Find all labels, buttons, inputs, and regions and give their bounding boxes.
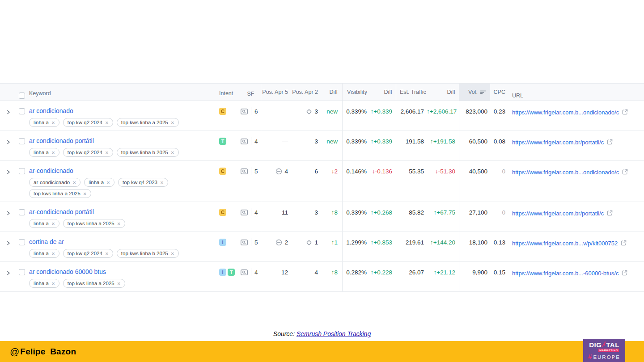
row-checkbox[interactable] [19,168,25,174]
est-traffic-value: 219.61 [406,239,424,246]
remove-tag-icon[interactable]: ✕ [51,150,55,156]
remove-tag-icon[interactable]: ✕ [51,221,55,227]
row-checkbox[interactable] [19,108,25,114]
sf-count[interactable]: 5 [254,168,258,175]
serp-features-cell: 5 [237,232,261,261]
url-cell: https://www.frigelar.com.br/portatil/c [508,202,644,232]
volume-value: 27,100 [469,209,487,216]
header-pos-diff[interactable]: Diff [321,84,342,101]
keyword-link[interactable]: ar condicionado 60000 btus [29,268,106,276]
cpc-cell: 0 [490,161,508,202]
serp-diamond-icon [306,109,312,115]
url-link[interactable]: https://www.frigelar.com.br/portatil/c [512,210,613,218]
pos-apr5-value: 12 [281,269,288,276]
table-row: ar condicionado linha a✕top kw q2 2024✕t… [0,101,644,131]
header-volume-sorted[interactable]: Vol. [459,84,490,101]
url-link[interactable]: https://www.frigelar.com.br/portatil/c [512,139,613,147]
sort-descending-icon [480,90,486,94]
header-est-traffic[interactable]: Est. Traffic [396,84,427,101]
sf-count[interactable]: 5 [254,239,258,246]
url-link[interactable]: https://www.frigelar.com.b...-60000-btus… [512,269,627,278]
remove-tag-icon[interactable]: ✕ [171,150,174,156]
author-name: Felipe_Bazon [20,347,76,357]
remove-tag-icon[interactable]: ✕ [51,281,55,286]
visibility-diff-value: ↑+0.339 [371,138,392,145]
sf-count[interactable]: 4 [254,269,258,276]
remove-tag-icon[interactable]: ✕ [160,180,164,185]
keyword-link[interactable]: cortina de ar [29,238,64,246]
tag-label: linha a [34,150,49,156]
keyword-link[interactable]: ar-condicicnado [29,167,73,175]
author-handle: @ Felipe_Bazon [10,346,76,357]
row-checkbox[interactable] [19,209,25,215]
keyword-cell: cortina de ar linha a✕top kw q2 2024✕top… [27,232,216,261]
remove-tag-icon[interactable]: ✕ [83,191,87,197]
header-visibility[interactable]: Visibility [342,84,369,101]
remove-tag-icon[interactable]: ✕ [171,120,174,126]
remove-tag-icon[interactable]: ✕ [117,221,121,227]
remove-tag-icon[interactable]: ✕ [105,120,109,126]
url-link[interactable]: https://www.frigelar.com.b...v/p/kit0007… [512,240,627,248]
sitelink-circle-icon [275,168,282,175]
traffic-diff-cell: ↑+144.20 [427,232,459,261]
keyword-link[interactable]: ar-condicicnado portátil [29,208,94,216]
expand-cell [0,202,17,232]
remove-tag-icon[interactable]: ✕ [171,251,174,257]
remove-tag-icon[interactable]: ✕ [72,180,76,185]
position-tracking-page: Keyword Intent SF Pos. Apr 5 Pos. Apr 2 … [0,0,644,362]
keyword-tag: top kw q4 2023✕ [118,178,168,187]
sf-count[interactable]: 6 [254,108,258,115]
url-text: https://www.frigelar.com.b...ondicionado… [512,109,619,116]
traffic-diff-cell: ↓-51.30 [427,161,459,202]
pos-apr5-cell: 2 [261,232,291,261]
cpc-value: 0.08 [494,138,505,145]
remove-tag-icon[interactable]: ✕ [51,120,55,126]
header-traffic-diff[interactable]: Diff [427,84,459,101]
select-all-checkbox[interactable] [19,93,25,99]
footer-bar: @ Felipe_Bazon [0,341,644,362]
url-link[interactable]: https://www.frigelar.com.b...ondicionado… [512,168,628,177]
header-url[interactable]: URL [508,84,644,101]
divider [251,208,251,216]
intent-badge-transactional: T [219,138,226,145]
traffic-diff-value: ↑+21.12 [434,269,455,276]
header-keyword[interactable]: Keyword [27,84,216,101]
header-sf[interactable]: SF [237,84,261,101]
header-intent[interactable]: Intent [216,84,237,101]
tag-list: linha a✕top kw q2 2024✕top kws linha b 2… [29,249,212,258]
remove-tag-icon[interactable]: ✕ [105,251,109,257]
chevron-right-icon[interactable] [6,239,11,244]
header-pos-apr2[interactable]: Pos. Apr 2 [291,84,321,101]
row-checkbox[interactable] [19,239,25,245]
chevron-right-icon[interactable] [6,168,11,173]
keyword-link[interactable]: ar condicionado [29,107,73,115]
traffic-diff-cell: ↑+21.12 [427,262,459,291]
pos-diff-cell: ↑1 [321,232,342,261]
header-cpc[interactable]: CPC [490,84,508,101]
sitelink-circle-icon [275,239,282,246]
pos-apr2-value: 3 [314,138,318,145]
chevron-right-icon[interactable] [6,209,11,214]
header-visibility-diff[interactable]: Diff [369,84,396,101]
sf-count[interactable]: 4 [254,138,258,145]
tag-label: linha a [89,180,104,185]
tag-label: top kw q2 2024 [68,120,102,126]
at-symbol: @ [10,346,19,357]
remove-tag-icon[interactable]: ✕ [51,251,55,257]
url-cell: https://www.frigelar.com.b...ondicionado… [508,161,644,202]
remove-tag-icon[interactable]: ✕ [106,180,110,185]
remove-tag-icon[interactable]: ✕ [117,281,121,286]
header-pos-apr5[interactable]: Pos. Apr 5 [261,84,291,101]
remove-tag-icon[interactable]: ✕ [105,150,109,156]
row-checkbox[interactable] [19,269,25,275]
sf-count[interactable]: 4 [254,209,258,216]
chevron-right-icon[interactable] [6,138,11,143]
keyword-cell: ar condicionado linha a✕top kw q2 2024✕t… [27,101,216,130]
url-link[interactable]: https://www.frigelar.com.b...ondicionado… [512,109,628,117]
chevron-right-icon[interactable] [6,108,11,113]
chevron-right-icon[interactable] [6,269,11,274]
row-checkbox[interactable] [19,138,25,144]
tag-list: linha a✕top kw q2 2024✕top kws linha b 2… [29,148,212,157]
source-link[interactable]: Semrush Position Tracking [297,330,371,337]
keyword-link[interactable]: ar condicionado portátil [29,137,94,145]
